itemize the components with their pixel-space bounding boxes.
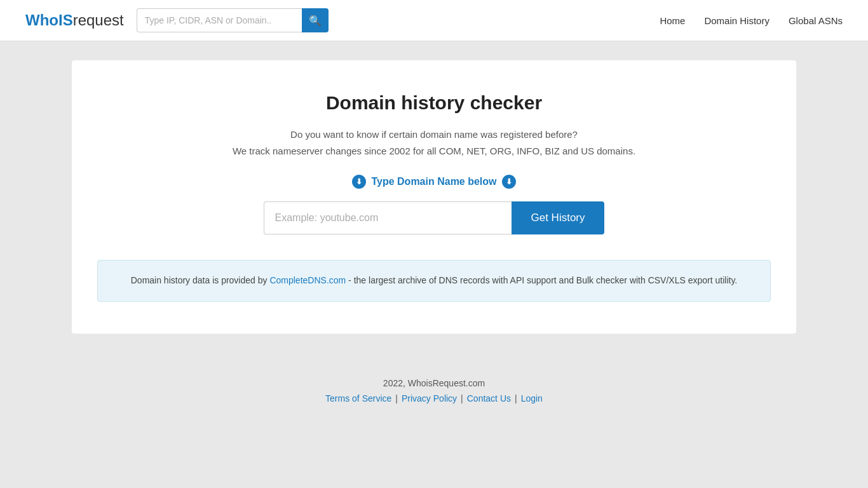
separator-3: | <box>515 393 517 403</box>
prompt-text: Type Domain Name below <box>371 176 496 187</box>
nav-home[interactable]: Home <box>660 15 685 26</box>
footer-login-link[interactable]: Login <box>521 393 543 403</box>
logo-request-part: request <box>73 11 124 29</box>
arrow-down-icon-left: ⬇ <box>352 175 366 189</box>
info-banner-text-after: - the largest archive of DNS records wit… <box>346 275 737 285</box>
header-nav: Home Domain History Global ASNs <box>660 15 843 26</box>
arrow-down-icon-right: ⬇ <box>502 175 516 189</box>
footer-links: Terms of Service | Privacy Policy | Cont… <box>13 393 855 403</box>
nav-global-asns[interactable]: Global ASNs <box>789 15 843 26</box>
footer: 2022, WhoisRequest.com Terms of Service … <box>0 353 868 429</box>
search-row: Get History <box>97 201 771 234</box>
page-description: Do you want to know if certain domain na… <box>97 126 771 159</box>
header-left: WhoISrequest 🔍 <box>25 8 329 32</box>
complete-dns-link[interactable]: CompleteDNS.com <box>269 275 346 285</box>
header-search: 🔍 <box>137 8 329 32</box>
footer-privacy-link[interactable]: Privacy Policy <box>402 393 457 403</box>
main: Domain history checker Do you want to kn… <box>0 41 868 353</box>
header-search-input[interactable] <box>137 8 302 32</box>
footer-copyright: 2022, WhoisRequest.com <box>13 378 855 388</box>
logo[interactable]: WhoISrequest <box>25 11 124 29</box>
separator-2: | <box>461 393 463 403</box>
page-title: Domain history checker <box>97 92 771 114</box>
footer-terms-link[interactable]: Terms of Service <box>325 393 391 403</box>
domain-input[interactable] <box>264 201 512 234</box>
separator-1: | <box>395 393 398 403</box>
nav-domain-history[interactable]: Domain History <box>704 15 770 26</box>
footer-contact-link[interactable]: Contact Us <box>467 393 511 403</box>
description-line2: We track nameserver changes since 2002 f… <box>233 146 635 156</box>
info-banner-text-before: Domain history data is provided by <box>131 275 270 285</box>
header: WhoISrequest 🔍 Home Domain History Globa… <box>0 0 868 41</box>
search-icon: 🔍 <box>309 15 322 27</box>
domain-prompt: ⬇ Type Domain Name below ⬇ <box>97 175 771 189</box>
logo-whois-part: WhoIS <box>25 11 73 29</box>
content-card: Domain history checker Do you want to kn… <box>72 60 796 334</box>
header-search-button[interactable]: 🔍 <box>302 8 329 32</box>
info-banner: Domain history data is provided by Compl… <box>97 260 771 302</box>
description-line1: Do you want to know if certain domain na… <box>290 129 578 140</box>
get-history-button[interactable]: Get History <box>512 201 604 234</box>
